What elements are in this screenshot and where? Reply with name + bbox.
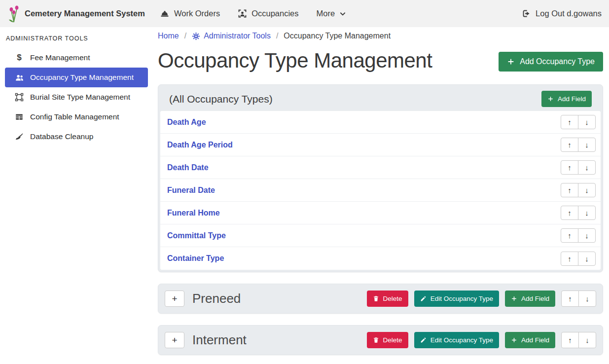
brand-title: Cemetery Management System bbox=[25, 9, 145, 18]
add-field-label: Add Field bbox=[521, 336, 549, 344]
move-up-button[interactable]: ↑ bbox=[561, 291, 579, 307]
move-up-button[interactable]: ↑ bbox=[561, 332, 579, 348]
top-navbar: Cemetery Management System Work Orders bbox=[0, 0, 609, 27]
reorder-group: ↑ ↓ bbox=[561, 183, 596, 197]
breadcrumb-separator: / bbox=[184, 32, 186, 40]
reorder-group: ↑ ↓ bbox=[561, 160, 596, 175]
sidebar-item-fee-management[interactable]: $ Fee Management bbox=[5, 48, 148, 68]
move-down-button[interactable]: ↓ bbox=[578, 252, 596, 266]
delete-label: Delete bbox=[383, 336, 402, 344]
nav-item-more[interactable]: More bbox=[317, 9, 347, 18]
move-up-button[interactable]: ↑ bbox=[561, 138, 578, 152]
section-title: Preneed bbox=[192, 291, 241, 306]
trash-icon bbox=[373, 337, 379, 343]
nav-item-occupancies[interactable]: Occupancies bbox=[238, 9, 298, 18]
move-up-button[interactable]: ↑ bbox=[561, 206, 578, 220]
move-up-button[interactable]: ↑ bbox=[561, 228, 578, 243]
move-down-button[interactable]: ↓ bbox=[578, 291, 596, 307]
move-down-button[interactable]: ↓ bbox=[578, 160, 596, 175]
sidebar-item-occupancy-type-management[interactable]: Occupancy Type Management bbox=[5, 68, 148, 87]
expand-button[interactable]: + bbox=[165, 332, 184, 348]
all-occupancy-types-title: (All Occupancy Types) bbox=[169, 93, 273, 105]
sidebar-item-label: Config Table Management bbox=[30, 112, 119, 121]
breadcrumb-home-link[interactable]: Home bbox=[158, 32, 179, 40]
sidebar-item-database-cleanup[interactable]: Database Cleanup bbox=[5, 127, 148, 146]
add-field-button[interactable]: Add Field bbox=[505, 291, 555, 307]
field-row-committal-type: Committal Type ↑ ↓ bbox=[160, 224, 601, 247]
move-up-button[interactable]: ↑ bbox=[561, 160, 578, 175]
add-field-button[interactable]: Add Field bbox=[541, 91, 592, 107]
field-row-death-age: Death Age ↑ ↓ bbox=[160, 111, 601, 134]
field-link[interactable]: Committal Type bbox=[167, 231, 226, 240]
brand[interactable]: Cemetery Management System bbox=[7, 5, 145, 23]
breadcrumb: Home / bbox=[158, 27, 603, 40]
edit-occupancy-type-button[interactable]: Edit Occupancy Type bbox=[414, 291, 499, 307]
field-link[interactable]: Death Date bbox=[167, 163, 209, 172]
add-field-label: Add Field bbox=[521, 295, 549, 302]
logout-label: Log Out d.gowans bbox=[536, 9, 602, 18]
field-link[interactable]: Container Type bbox=[167, 254, 224, 263]
move-down-button[interactable]: ↓ bbox=[578, 206, 596, 220]
move-down-button[interactable]: ↓ bbox=[578, 183, 596, 197]
sidebar: ADMINISTRATOR TOOLS $ Fee Management Occ… bbox=[0, 27, 153, 146]
edit-occupancy-type-label: Edit Occupancy Type bbox=[430, 336, 493, 344]
sidebar-heading: ADMINISTRATOR TOOLS bbox=[0, 27, 153, 48]
title-row: Occupancy Type Management Add Occupancy … bbox=[158, 49, 603, 72]
sidebar-item-config-table-management[interactable]: Config Table Management bbox=[5, 107, 148, 127]
reorder-group: ↑ ↓ bbox=[561, 332, 596, 348]
move-up-button[interactable]: ↑ bbox=[561, 183, 578, 197]
field-link[interactable]: Death Age bbox=[167, 118, 206, 127]
move-up-button[interactable]: ↑ bbox=[561, 252, 578, 266]
section-actions: Delete Edit Occupancy Type Add Field ↑ bbox=[367, 332, 596, 348]
pencil-icon bbox=[420, 295, 427, 302]
plus-icon bbox=[547, 96, 554, 102]
vector-square-icon bbox=[14, 93, 25, 102]
field-row-container-type: Container Type ↑ ↓ bbox=[160, 247, 601, 270]
broom-icon bbox=[14, 132, 25, 142]
field-link[interactable]: Death Age Period bbox=[167, 141, 233, 149]
plus-icon bbox=[511, 337, 517, 343]
nav-label: Occupancies bbox=[251, 9, 298, 18]
section-actions: Delete Edit Occupancy Type Add Field ↑ bbox=[367, 291, 596, 307]
expand-button[interactable]: + bbox=[165, 291, 184, 307]
breadcrumb-current: Occupancy Type Management bbox=[284, 32, 391, 40]
add-field-button[interactable]: Add Field bbox=[505, 332, 555, 348]
sidebar-item-label: Occupancy Type Management bbox=[30, 73, 134, 82]
move-down-button[interactable]: ↓ bbox=[578, 228, 596, 243]
field-row-death-age-period: Death Age Period ↑ ↓ bbox=[160, 134, 601, 156]
field-link[interactable]: Funeral Home bbox=[167, 209, 220, 218]
nav-item-work-orders[interactable]: Work Orders bbox=[160, 9, 220, 19]
chevron-down-icon bbox=[339, 10, 346, 17]
field-link[interactable]: Funeral Date bbox=[167, 186, 215, 195]
plus-icon bbox=[511, 295, 517, 302]
edit-occupancy-type-button[interactable]: Edit Occupancy Type bbox=[414, 332, 499, 348]
breadcrumb-separator: / bbox=[276, 32, 278, 40]
users-icon bbox=[14, 73, 25, 82]
move-down-button[interactable]: ↓ bbox=[578, 332, 596, 348]
reorder-group: ↑ ↓ bbox=[561, 291, 596, 307]
logout-button[interactable]: Log Out d.gowans bbox=[522, 9, 602, 18]
breadcrumb-admin-tools-link[interactable]: Administrator Tools bbox=[192, 32, 271, 40]
move-down-button[interactable]: ↓ bbox=[578, 138, 596, 152]
add-occupancy-type-label: Add Occupancy Type bbox=[520, 57, 595, 66]
reorder-group: ↑ ↓ bbox=[561, 206, 596, 220]
occupancies-portrait-icon bbox=[238, 9, 247, 18]
breadcrumb-admin-tools-label: Administrator Tools bbox=[204, 32, 271, 40]
delete-button[interactable]: Delete bbox=[367, 332, 408, 348]
move-down-button[interactable]: ↓ bbox=[578, 115, 596, 129]
reorder-group: ↑ ↓ bbox=[561, 138, 596, 152]
plus-icon bbox=[507, 58, 515, 66]
add-occupancy-type-button[interactable]: Add Occupancy Type bbox=[499, 52, 603, 72]
logout-icon bbox=[522, 9, 531, 18]
gear-icon bbox=[192, 32, 200, 40]
sidebar-item-burial-site-type-management[interactable]: Burial Site Type Management bbox=[5, 87, 148, 107]
move-up-button[interactable]: ↑ bbox=[561, 115, 578, 129]
delete-button[interactable]: Delete bbox=[367, 291, 408, 307]
sidebar-item-label: Burial Site Type Management bbox=[30, 93, 130, 102]
table-icon bbox=[14, 112, 25, 121]
section-preneed: + Preneed Delete Edit bbox=[158, 284, 603, 314]
sidebar-item-label: Fee Management bbox=[30, 53, 90, 62]
reorder-group: ↑ ↓ bbox=[561, 228, 596, 243]
nav-label: Work Orders bbox=[174, 9, 220, 18]
main-content: Home / bbox=[158, 27, 603, 355]
